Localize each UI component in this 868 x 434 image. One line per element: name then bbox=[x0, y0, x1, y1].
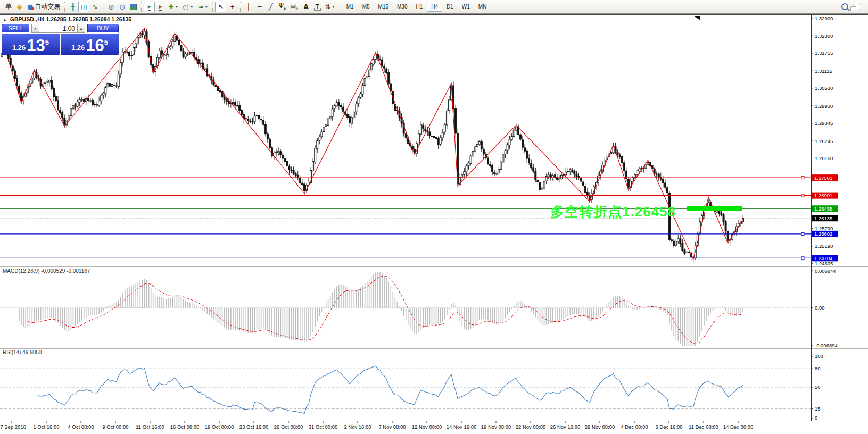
sell-button-label: SELL bbox=[9, 25, 23, 31]
macd-histogram bbox=[19, 272, 743, 348]
chart-canvas[interactable]: 1.329001.323001.317151.311151.305301.299… bbox=[0, 0, 868, 434]
timeframe-bar: M1M5M15M30H1H4D1W1MN bbox=[342, 2, 491, 12]
svg-text:26 Oct 08:00: 26 Oct 08:00 bbox=[274, 424, 303, 430]
timeframe-h4-button[interactable]: H4 bbox=[427, 2, 442, 12]
timeframe-m15-button[interactable]: M15 bbox=[374, 2, 393, 12]
indicators-button[interactable]: ≈▼ bbox=[196, 2, 211, 12]
crosshair-button[interactable]: ＋ bbox=[226, 2, 238, 12]
buy-price-box[interactable]: 1.26165 bbox=[61, 34, 119, 55]
timeframe-w1-button[interactable]: W1 bbox=[458, 2, 474, 12]
svg-text:6 Dec 16:00: 6 Dec 16:00 bbox=[655, 424, 682, 430]
chart-line-button[interactable]: ∿ bbox=[89, 2, 101, 12]
chart-shift-icon: ▸ bbox=[159, 3, 162, 11]
timeframe-m5-button[interactable]: M5 bbox=[358, 2, 374, 12]
arrows-button[interactable]: ⇅▼ bbox=[323, 2, 337, 12]
text-button[interactable]: A bbox=[301, 2, 312, 12]
svg-text:1.26901: 1.26901 bbox=[814, 193, 832, 198]
svg-text:4 Oct 08:00: 4 Oct 08:00 bbox=[68, 424, 94, 430]
svg-text:29 Nov 08:00: 29 Nov 08:00 bbox=[585, 424, 615, 430]
svg-text:26 Nov 16:00: 26 Nov 16:00 bbox=[550, 424, 581, 430]
svg-text:19 Oct 00:00: 19 Oct 00:00 bbox=[205, 424, 234, 430]
svg-text:1.28160: 1.28160 bbox=[815, 155, 833, 161]
rsi-label: RSI(14) 49.9850 bbox=[3, 349, 42, 355]
sell-price-box[interactable]: 1.26135 bbox=[2, 34, 60, 55]
volume-increase-button[interactable]: ▲ bbox=[77, 24, 85, 33]
horizontal-line-button[interactable]: ─ bbox=[254, 2, 265, 12]
volume-decrease-button[interactable]: ▼ bbox=[31, 24, 39, 33]
new-chart-button[interactable]: ✚▼ bbox=[166, 2, 180, 12]
chevron-down-icon: ▼ bbox=[205, 5, 209, 9]
chart-bars-button[interactable]: ╫ bbox=[67, 2, 78, 12]
text-label-button[interactable]: T bbox=[312, 2, 323, 12]
svg-text:1 Oct 16:00: 1 Oct 16:00 bbox=[33, 424, 59, 430]
chat-button[interactable] bbox=[850, 2, 863, 12]
svg-text:1.25602: 1.25602 bbox=[814, 231, 832, 237]
auto-scroll-button[interactable]: ▸ bbox=[144, 2, 155, 12]
new-order-partial-label: 单 bbox=[5, 2, 12, 11]
fibonacci-icon: ▤F bbox=[290, 2, 298, 11]
metaeditor-button[interactable]: ◆ bbox=[14, 2, 25, 12]
rsi-name: RSI(14) bbox=[3, 349, 21, 355]
timeframe-m30-button[interactable]: M30 bbox=[393, 2, 411, 12]
caret-down-icon: ▼ bbox=[34, 27, 37, 30]
chat-icon bbox=[853, 4, 861, 10]
svg-text:0: 0 bbox=[815, 415, 817, 421]
svg-text:1.26135: 1.26135 bbox=[814, 215, 832, 221]
symbol-triangle-icon: ▲ bbox=[3, 18, 7, 22]
svg-text:-0.006894: -0.006894 bbox=[815, 343, 838, 348]
buy-price-sup: 5 bbox=[104, 38, 108, 46]
text-icon: A bbox=[304, 3, 309, 11]
svg-text:1.27503: 1.27503 bbox=[814, 175, 832, 181]
date-axis[interactable]: 27 Sep 20181 Oct 16:004 Oct 08:009 Oct 0… bbox=[0, 421, 753, 430]
zoom-out-button[interactable]: ⊖ bbox=[117, 2, 128, 12]
zoom-in-button[interactable]: ⊕ bbox=[105, 2, 117, 12]
chart-candles-button[interactable]: ◫ bbox=[78, 2, 89, 12]
volume-input[interactable]: 1.00 bbox=[39, 24, 77, 33]
zoom-in-icon: ⊕ bbox=[108, 3, 114, 11]
bar-chart-icon: ╫ bbox=[71, 3, 75, 11]
chart-shift-marker-icon[interactable] bbox=[693, 16, 700, 20]
autotrading-icon: ● bbox=[27, 3, 33, 11]
svg-text:2 Nov 16:00: 2 Nov 16:00 bbox=[344, 424, 371, 430]
green-pivot-bar[interactable] bbox=[687, 206, 742, 211]
vertical-line-icon: │ bbox=[246, 3, 250, 11]
autotrading-button[interactable]: ● 自动交易 bbox=[25, 2, 62, 12]
svg-text:1.24605: 1.24605 bbox=[815, 261, 833, 266]
timeframe-h1-button[interactable]: H1 bbox=[411, 2, 427, 12]
trendline-button[interactable]: ╱ bbox=[265, 2, 276, 12]
svg-text:1.32900: 1.32900 bbox=[815, 15, 833, 21]
tile-windows-button[interactable] bbox=[128, 2, 139, 12]
svg-text:11 Oct 16:00: 11 Oct 16:00 bbox=[136, 424, 164, 430]
svg-text:16 Oct 08:00: 16 Oct 08:00 bbox=[170, 424, 199, 430]
svg-text:0.006844: 0.006844 bbox=[815, 268, 836, 274]
volume-value: 1.00 bbox=[63, 25, 75, 32]
chevron-down-icon: ▼ bbox=[190, 5, 194, 9]
timeframe-mn-button[interactable]: MN bbox=[474, 2, 491, 12]
fibonacci-button[interactable]: ▤F bbox=[288, 2, 300, 12]
periods-button[interactable]: ◷▼ bbox=[180, 2, 195, 12]
sell-price-sup: 5 bbox=[45, 38, 49, 46]
vertical-line-button[interactable]: │ bbox=[243, 2, 254, 12]
svg-text:50: 50 bbox=[815, 384, 821, 390]
timeframe-d1-button[interactable]: D1 bbox=[442, 2, 458, 12]
new-order-button[interactable]: 单 bbox=[2, 2, 14, 12]
timeframe-m1-button[interactable]: M1 bbox=[342, 2, 358, 12]
equidistant-channel-button[interactable]: ΨE bbox=[276, 2, 288, 12]
chart-symbol-label: GBPUSD-,H4 bbox=[10, 16, 45, 22]
cursor-button[interactable]: ↖ bbox=[215, 2, 226, 12]
svg-text:9 Oct 00:00: 9 Oct 00:00 bbox=[102, 424, 128, 430]
sell-button[interactable]: SELL bbox=[2, 24, 29, 33]
buy-button[interactable]: BUY bbox=[87, 24, 119, 33]
chevron-down-icon: ▼ bbox=[175, 5, 178, 9]
line-handle bbox=[801, 257, 804, 260]
candlestick-icon: ◫ bbox=[81, 3, 87, 11]
svg-text:1.28745: 1.28745 bbox=[815, 138, 833, 144]
chart-shift-button[interactable]: ▸ bbox=[155, 2, 166, 12]
autotrading-label: 自动交易 bbox=[35, 2, 60, 11]
svg-text:23 Oct 16:00: 23 Oct 16:00 bbox=[239, 424, 268, 430]
line-handle bbox=[801, 177, 804, 179]
search-button[interactable] bbox=[839, 2, 850, 12]
macd-name: MACD(12,26,9) bbox=[3, 268, 39, 274]
chart-ohlc-values: 1.26285 1.26285 1.26084 1.26135 bbox=[46, 16, 132, 22]
macd-signal-line bbox=[28, 276, 743, 344]
